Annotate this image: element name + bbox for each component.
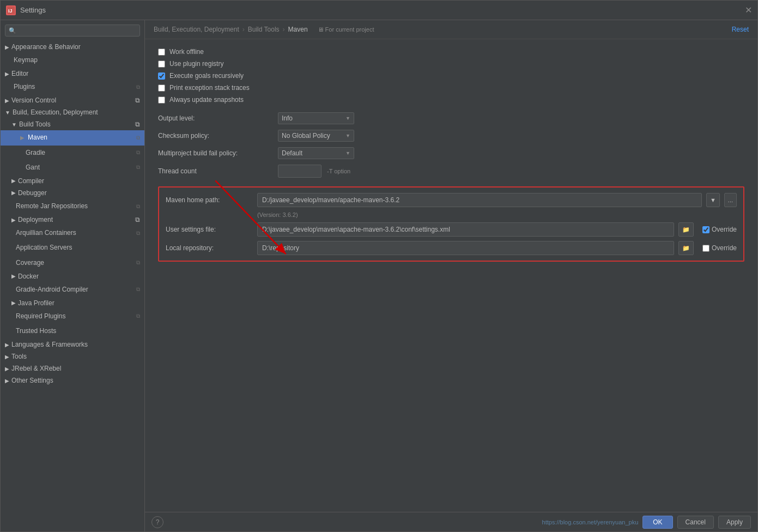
output-level-label: Output level:: [158, 114, 278, 122]
local-repo-override-checkbox[interactable]: [702, 245, 710, 252]
local-repo-override-label: Override: [712, 244, 737, 252]
sidebar-item-maven[interactable]: ▶ Maven ⧉: [1, 130, 144, 145]
sidebar-item-deployment[interactable]: ▶ Deployment ⧉: [1, 214, 144, 226]
sidebar-item-plugins[interactable]: Plugins ⧉: [1, 80, 144, 94]
copy-icon: ⧉: [136, 312, 140, 321]
print-exception-label[interactable]: Print exception stack traces: [169, 84, 250, 92]
sidebar-item-remote-jar[interactable]: Remote Jar Repositories ⧉: [1, 199, 144, 214]
bottom-bar: ? https://blog.cson.net/yerenyuan_pku OK…: [145, 512, 757, 531]
sidebar-item-coverage[interactable]: Coverage ⧉: [1, 256, 144, 270]
search-box[interactable]: 🔍: [5, 25, 140, 37]
checkbox-use-plugin: Use plugin registry: [158, 60, 744, 68]
sidebar-item-java-profiler[interactable]: ▶ Java Profiler: [1, 297, 144, 309]
user-settings-row: User settings file: 📁 Override: [166, 222, 737, 237]
dropdown-arrow-icon: ▼: [345, 116, 350, 121]
copy-icon: ⧉: [136, 148, 140, 157]
dropdown-arrow-icon: ▼: [345, 150, 350, 156]
copy-icon: ⧉: [136, 163, 140, 172]
copy-icon: ⧉: [136, 134, 140, 142]
always-update-checkbox[interactable]: [158, 96, 165, 104]
search-input[interactable]: [19, 27, 136, 34]
highlighted-section: Maven home path: ▼ ... (Version: 3.6.2) …: [158, 186, 744, 262]
local-repo-input[interactable]: [257, 241, 674, 255]
sidebar-item-trusted-hosts[interactable]: Trusted Hosts: [1, 324, 144, 338]
sidebar-item-required-plugins[interactable]: Required Plugins ⧉: [1, 309, 144, 324]
arrow-icon: ▶: [11, 178, 16, 184]
breadcrumb-part2: Build Tools: [248, 26, 280, 33]
sidebar-item-gradle[interactable]: Gradle ⧉: [1, 146, 144, 160]
multiproject-select[interactable]: Default ▼: [278, 147, 354, 159]
work-offline-label[interactable]: Work offline: [169, 48, 204, 56]
help-button[interactable]: ?: [151, 516, 163, 528]
cancel-button[interactable]: Cancel: [677, 516, 714, 529]
sidebar-item-other[interactable]: ▶ Other Settings: [1, 374, 144, 386]
user-settings-override-label: Override: [712, 226, 737, 233]
arrow-icon: ▶: [11, 190, 16, 196]
dropdown-arrow-icon: ▼: [345, 133, 350, 138]
sidebar-item-gradle-android[interactable]: Gradle-Android Compiler ⧉: [1, 282, 144, 297]
sidebar-item-tools[interactable]: ▶ Tools: [1, 350, 144, 362]
close-button[interactable]: ✕: [745, 5, 752, 15]
arrow-icon: ▶: [5, 342, 9, 348]
search-icon: 🔍: [9, 27, 16, 34]
sidebar-item-keymap[interactable]: Keymap: [1, 53, 144, 68]
thread-count-label: Thread count: [158, 167, 278, 175]
main-panel: Build, Execution, Deployment › Build Too…: [145, 20, 757, 512]
svg-text:IJ: IJ: [8, 8, 13, 14]
thread-count-row: Thread count -T option: [158, 165, 744, 178]
local-repo-label: Local repository:: [166, 244, 253, 252]
output-level-row: Output level: Info ▼: [158, 112, 744, 124]
sidebar-item-editor[interactable]: ▶ Editor: [1, 68, 144, 80]
sidebar-item-build-exec[interactable]: ▼ Build, Execution, Deployment: [1, 106, 144, 118]
maven-home-browse-btn[interactable]: ...: [724, 193, 737, 207]
thread-count-input[interactable]: [278, 165, 322, 178]
sidebar-item-compiler[interactable]: ▶ Compiler: [1, 175, 144, 187]
reset-button[interactable]: Reset: [732, 26, 749, 33]
sidebar-item-arquillian[interactable]: Arquillian Containers ⧉: [1, 226, 144, 240]
arrow-icon: ▶: [11, 273, 16, 279]
multiproject-label: Multiproject build fail policy:: [158, 149, 278, 157]
settings-window: IJ Settings ✕ 🔍 ▶ Appearance & Behavior …: [0, 0, 758, 532]
use-plugin-label[interactable]: Use plugin registry: [169, 60, 223, 68]
copy-icon: ⧉: [135, 216, 140, 223]
user-settings-browse-btn[interactable]: 📁: [678, 222, 694, 237]
arrow-icon: ▶: [5, 71, 9, 77]
sidebar-item-app-servers[interactable]: Application Servers: [1, 240, 144, 255]
sidebar-item-debugger[interactable]: ▶ Debugger: [1, 187, 144, 199]
local-repo-override: Override: [702, 244, 737, 252]
sidebar-item-jrebel[interactable]: ▶ JRebel & XRebel: [1, 362, 144, 374]
checkbox-work-offline: Work offline: [158, 48, 744, 56]
sidebar-item-version-control[interactable]: ▶ Version Control ⧉: [1, 94, 144, 106]
output-level-select[interactable]: Info ▼: [278, 112, 354, 124]
checksum-policy-row: Checksum policy: No Global Policy ▼: [158, 130, 744, 142]
sidebar-item-languages[interactable]: ▶ Languages & Frameworks: [1, 338, 144, 350]
always-update-label[interactable]: Always update snapshots: [169, 96, 244, 104]
sidebar: 🔍 ▶ Appearance & Behavior Keymap ▶ Edito…: [1, 20, 145, 531]
apply-button[interactable]: Apply: [718, 516, 751, 529]
use-plugin-registry-checkbox[interactable]: [158, 61, 165, 68]
checkbox-print-exception: Print exception stack traces: [158, 84, 744, 92]
arrow-icon: ▶: [5, 44, 9, 50]
sidebar-item-docker[interactable]: ▶ Docker: [1, 270, 144, 282]
checksum-label: Checksum policy:: [158, 132, 278, 140]
local-repo-browse-btn[interactable]: 📁: [678, 241, 694, 255]
maven-version-hint: (Version: 3.6.2): [257, 211, 737, 218]
user-settings-override: Override: [702, 226, 737, 233]
maven-home-input[interactable]: [257, 193, 702, 207]
sidebar-item-build-tools[interactable]: ▼ Build Tools ⧉: [1, 118, 144, 130]
execute-goals-checkbox[interactable]: [158, 72, 165, 80]
work-offline-checkbox[interactable]: [158, 49, 165, 56]
app-icon: IJ: [6, 5, 16, 15]
ok-button[interactable]: OK: [642, 516, 672, 529]
multiproject-row: Multiproject build fail policy: Default …: [158, 147, 744, 159]
user-settings-override-checkbox[interactable]: [702, 226, 710, 233]
t-option-hint: -T option: [327, 168, 350, 174]
checksum-select[interactable]: No Global Policy ▼: [278, 130, 354, 142]
sidebar-item-appearance[interactable]: ▶ Appearance & Behavior: [1, 41, 144, 53]
execute-goals-label[interactable]: Execute goals recursively: [169, 72, 244, 80]
user-settings-input[interactable]: [257, 222, 674, 237]
maven-home-dropdown-btn[interactable]: ▼: [706, 193, 720, 207]
print-exception-checkbox[interactable]: [158, 84, 165, 92]
sidebar-item-gant[interactable]: Gant ⧉: [1, 160, 144, 175]
arrow-icon: ▼: [11, 122, 17, 128]
